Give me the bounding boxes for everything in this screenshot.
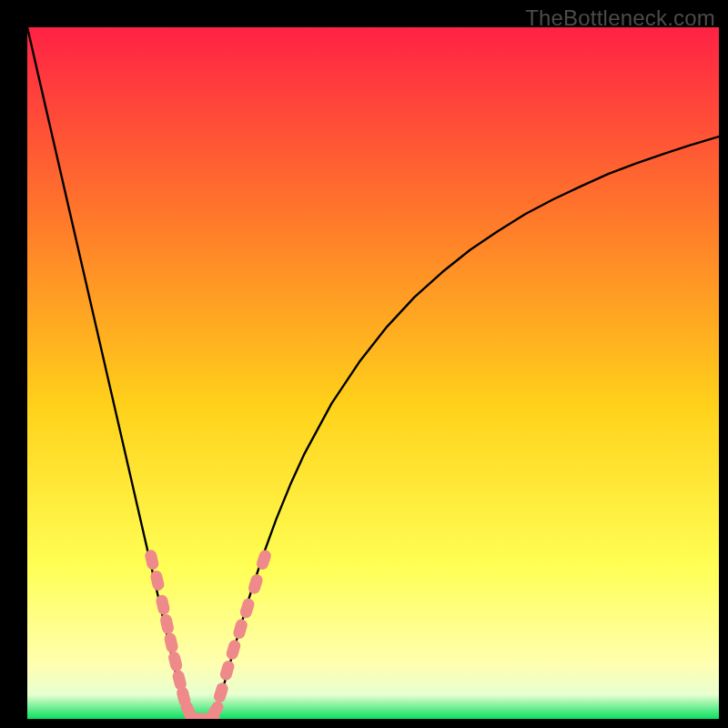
gradient-background [27, 27, 719, 719]
chart-frame: TheBottleneck.com [0, 0, 728, 728]
plot-area [27, 27, 719, 719]
plot-svg [27, 27, 719, 719]
watermark-text: TheBottleneck.com [525, 5, 715, 31]
